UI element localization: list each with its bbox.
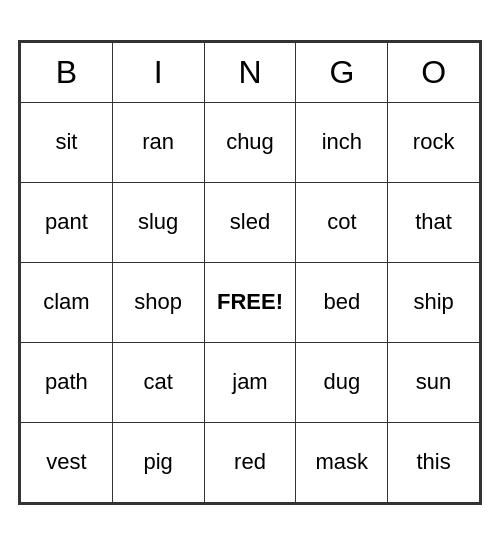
table-cell: vest [21,422,113,502]
table-cell: bed [296,262,388,342]
table-cell: slug [112,182,204,262]
table-cell: sled [204,182,296,262]
bingo-table: BINGO sitranchuginchrockpantslugsledcott… [20,42,480,503]
table-row: vestpigredmaskthis [21,422,480,502]
table-cell: cat [112,342,204,422]
table-cell: pig [112,422,204,502]
table-cell: pant [21,182,113,262]
table-row: clamshopFREE!bedship [21,262,480,342]
table-cell: ran [112,102,204,182]
table-cell: chug [204,102,296,182]
table-cell: dug [296,342,388,422]
header-cell-i: I [112,42,204,102]
table-cell: inch [296,102,388,182]
table-cell: path [21,342,113,422]
table-cell: red [204,422,296,502]
header-cell-o: O [388,42,480,102]
table-cell: ship [388,262,480,342]
table-cell: sit [21,102,113,182]
table-row: sitranchuginchrock [21,102,480,182]
table-row: pathcatjamdugsun [21,342,480,422]
table-cell: clam [21,262,113,342]
table-cell: mask [296,422,388,502]
header-cell-n: N [204,42,296,102]
table-cell: this [388,422,480,502]
bingo-card: BINGO sitranchuginchrockpantslugsledcott… [18,40,482,505]
table-cell: sun [388,342,480,422]
header-row: BINGO [21,42,480,102]
header-cell-g: G [296,42,388,102]
table-cell: FREE! [204,262,296,342]
table-cell: that [388,182,480,262]
table-cell: shop [112,262,204,342]
table-cell: jam [204,342,296,422]
table-cell: rock [388,102,480,182]
table-cell: cot [296,182,388,262]
header-cell-b: B [21,42,113,102]
table-row: pantslugsledcotthat [21,182,480,262]
